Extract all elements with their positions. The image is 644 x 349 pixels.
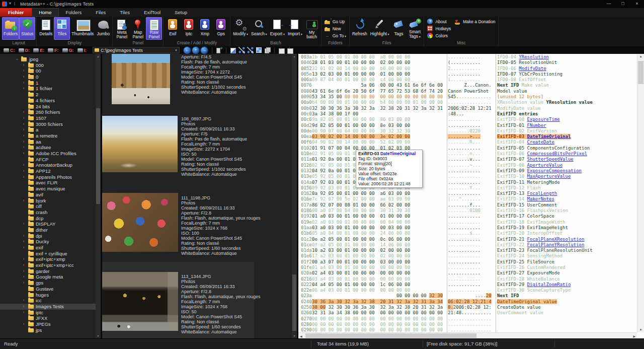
chevron-right-icon[interactable]: › xyxy=(22,274,25,280)
drive-e[interactable]: E: xyxy=(33,48,44,53)
tree-item-display[interactable]: ›DISPLAY xyxy=(0,221,96,227)
hex-hscrollbar[interactable]: ◀ ▶ xyxy=(298,332,637,338)
hex-row-0132[interactable]: 013204 92 0a 00 01 00 00 00 96 03 00 00.… xyxy=(298,168,637,174)
tree-item-appareils-photos[interactable]: ›Appareils Photos xyxy=(0,174,96,180)
hex-row-00a0[interactable]: 00a0b4 00 00 00 01 00 00 00 b4 00 00 00 … xyxy=(298,100,637,105)
hex-row-0126[interactable]: 012602 92 05 00 01 00 00 00 7e 03 00 00.… xyxy=(298,163,637,168)
hex-row-0222[interactable]: 022204 a4 05 00 01 00 00 00 1c 06 00 00.… xyxy=(298,282,637,288)
hex-row-00c0[interactable]: 00c03a 34 38 00 1f 00:48...ExifIFD entri… xyxy=(298,111,637,117)
tree-item-app12[interactable]: ›APP12 xyxy=(0,168,96,174)
hex-row-01ce[interactable]: 01ce0f a2 05 00 01 00 00 00 14 06 00 00.… xyxy=(298,242,637,248)
ribbon-button-raw-panel[interactable]: Raw Panel xyxy=(146,17,162,40)
hex-row-00f6[interactable]: 00f604 90 02 00 14 00 00 00 52 02 00 00.… xyxy=(298,139,637,145)
tree-item-dither[interactable]: dither xyxy=(0,227,96,233)
ribbon-button-map-panel[interactable]: Map Panel xyxy=(130,17,146,40)
tree-item-1507[interactable]: ›1507 xyxy=(0,115,96,121)
tree-item-bjork[interactable]: ›bjork xyxy=(0,198,96,204)
menu-tab-tiles[interactable]: Tiles xyxy=(113,8,137,17)
hex-row-0156[interactable]: 015609 92 03 00 01 00 00 00 59 00 00 00.… xyxy=(298,185,637,191)
ribbon-button-jumbo[interactable]: Jumbo xyxy=(95,17,111,40)
hex-row-00de[interactable]: 00de00 90 07 00 04 00 00 00 30 32 32 30.… xyxy=(298,128,637,134)
ribbon-button-modify[interactable]: Modify ▾ xyxy=(231,17,250,40)
chevron-right-icon[interactable]: › xyxy=(22,256,25,262)
tree-item-0[interactable]: ›0 xyxy=(0,74,96,80)
boxin-icon[interactable] xyxy=(278,47,285,53)
hex-row-013e[interactable]: 013e05 92 05 00 01 00 00 00 9e 03 00 00.… xyxy=(298,174,637,179)
tree-item-jps[interactable]: jps xyxy=(0,327,96,333)
ribbon-button-new[interactable]: New xyxy=(323,25,348,32)
chevron-right-icon[interactable]: › xyxy=(22,145,25,151)
scroll-down-icon[interactable]: ▼ xyxy=(96,333,101,338)
tree-item-ciff[interactable]: ciff xyxy=(0,203,96,210)
hex-row-023a[interactable]: 023a 00 00 00 00 32 30 ....20Next IFD xyxy=(298,293,637,299)
chevron-right-icon[interactable]: › xyxy=(22,321,25,327)
quick-access-dropdown-icon[interactable]: ▾ xyxy=(9,1,11,6)
drive-f[interactable]: F: xyxy=(48,48,59,53)
tree-item-exif-iptc-xmp[interactable]: ›exif+iptc+xmp xyxy=(0,256,96,262)
tiles-scrollbar[interactable]: ▲ ▼ xyxy=(292,54,297,338)
tree-item-google-meta[interactable]: ›Google meta xyxy=(0,274,96,280)
hex-row-0280[interactable]: 028000 00 00 00 00 00 00 00 00 00 00 00 … xyxy=(298,322,637,327)
file-tile-111-1198-jpg[interactable]: 111_1198.JPGPhotosCreated: 08/09/2011 16… xyxy=(102,193,254,270)
hex-row-019e[interactable]: 019e02 a0 03 00 01 00 00 00 00 04 00 00.… xyxy=(298,220,637,225)
tree-item-crash[interactable]: crash xyxy=(0,210,96,216)
menu-tab-files[interactable]: Files xyxy=(89,8,113,17)
tree-item-4-fichiers[interactable]: 4 fichiers xyxy=(0,98,96,104)
nav-up-button[interactable]: ↑ xyxy=(192,47,199,54)
boxout-icon[interactable] xyxy=(287,47,293,53)
chevron-down-icon[interactable]: ▼ xyxy=(175,49,178,52)
hex-vscrollbar[interactable]: ▲ ▼ xyxy=(637,54,644,332)
tree-item-adobe-icc-profiles[interactable]: ›Adobe ICC Profiles xyxy=(0,151,96,157)
hex-row-01da[interactable]: 01da10 a2 03 00 01 00 00 00 02 00 00 00.… xyxy=(298,248,637,253)
tree-item-avif[interactable]: avif xyxy=(0,192,96,198)
hex-row-020a[interactable]: 020a02 a4 03 00 01 00 00 00 00 00 00 00.… xyxy=(298,270,637,276)
chevron-right-icon[interactable]: › xyxy=(22,109,25,115)
scroll-up-icon[interactable]: ▲ xyxy=(292,54,297,59)
file-tile-108-0897-jpg[interactable]: 108_0897.JPGPhotosCreated: 08/09/2011 16… xyxy=(102,115,254,192)
drive-c[interactable]: C: xyxy=(4,48,15,53)
ribbon-button-make-a-donation[interactable]: Make a Donation xyxy=(453,18,497,25)
chevron-right-icon[interactable]: › xyxy=(22,168,25,174)
ribbon-button-go-to[interactable]: Go To ▾ xyxy=(323,32,348,39)
hex-row-0290[interactable]: 029000 00 00 00 00 00 00 00 00 00 00 00 … xyxy=(298,327,637,332)
ribbon-button-highlight[interactable]: Highlight ▾ xyxy=(369,17,391,40)
ribbon-button-thumbnails[interactable]: Thumbnails xyxy=(70,17,95,40)
hex-row-01fe[interactable]: 01fe01 a4 03 00 01 00 00 00 00 00 00 00.… xyxy=(298,265,637,270)
hex-row-0270[interactable]: 027000 00 00 00 00 00 00 00 00 00 00 00 … xyxy=(298,316,637,322)
hex-row-014a[interactable]: 014a07 92 03 00 01 00 00 00 05 00 00 00.… xyxy=(298,180,637,185)
chevron-right-icon[interactable]: › xyxy=(22,304,25,310)
hex-row-00ea[interactable]: 00ea03 90 02 00 14 00 00 00 3e 02 00 00.… xyxy=(298,134,637,139)
chevron-right-icon[interactable]: › xyxy=(22,298,25,304)
hex-row-0076[interactable]: 0076 5a 06 00 00 43 61 6e 6f 6e 00 Z...C… xyxy=(298,83,637,88)
ribbon-button-search[interactable]: Search ▾ xyxy=(250,17,269,40)
tree-item-00[interactable]: ›00 xyxy=(0,68,96,74)
chevron-right-icon[interactable]: › xyxy=(22,268,25,274)
hex-row-00c6[interactable]: 00c69a 82 05 00 01 00 00 00 86 03 00 00.… xyxy=(298,117,637,122)
hex-row-0162[interactable]: 01620a 92 05 00 01 00 00 00 a6 03 00 00.… xyxy=(298,191,637,196)
hex-row-0250[interactable]: 025038 00 32 30 30 36 3a 30 32 3a 32 38 … xyxy=(298,305,637,310)
chevron-right-icon[interactable]: › xyxy=(22,86,25,92)
file-tile-113-1344-jpg[interactable]: 113_1344.JPGPhotosCreated: 08/09/2011 16… xyxy=(102,262,254,338)
tree-item-24-bits[interactable]: 24 bits xyxy=(0,104,96,110)
ribbon-button-xmp[interactable]: Xmp xyxy=(197,17,213,40)
ribbon-button-refresh[interactable]: Refresh xyxy=(351,17,369,40)
ribbon-button-folders[interactable]: Folders xyxy=(2,17,19,40)
hex-row-01aa[interactable]: 01aa03 a0 03 00 01 00 00 00 00 03 00 00.… xyxy=(298,225,637,231)
tree-item-icc[interactable]: ›icc xyxy=(0,298,96,304)
scroll-down-icon[interactable]: ▼ xyxy=(637,328,644,331)
ribbon-button-about[interactable]: About xyxy=(425,18,453,25)
scroll-up-icon[interactable]: ▲ xyxy=(637,55,644,58)
chevron-right-icon[interactable]: › xyxy=(22,115,25,121)
hex-hscrollbar-thumb[interactable] xyxy=(305,333,476,338)
maximize-button[interactable]: □ xyxy=(616,0,630,8)
hex-row-0192[interactable]: 019201 a0 03 00 01 00 00 00 01 00 00 00.… xyxy=(298,214,637,219)
hex-row-0090[interactable]: 009053 34 35 00 00 00 00 00 00 00 00 00 … xyxy=(298,94,637,100)
tree-item-iptc[interactable]: ›iptc xyxy=(0,310,96,316)
tree-scrollbar[interactable]: ▲ ▼ xyxy=(96,54,101,338)
hex-row-0080[interactable]: 008043 61 6e 6f 6e 20 50 6f 77 65 72 53 … xyxy=(298,89,637,94)
hex-row-0260[interactable]: 026032 31 3a 34 38 00 00 00 00 00 00 00 … xyxy=(298,310,637,316)
chevron-right-icon[interactable]: › xyxy=(22,198,25,204)
menu-tab-exiftool[interactable]: ExifTool xyxy=(137,8,168,17)
drive-d[interactable]: D: xyxy=(19,48,30,53)
menu-tab-setup[interactable]: Setup xyxy=(168,8,194,17)
